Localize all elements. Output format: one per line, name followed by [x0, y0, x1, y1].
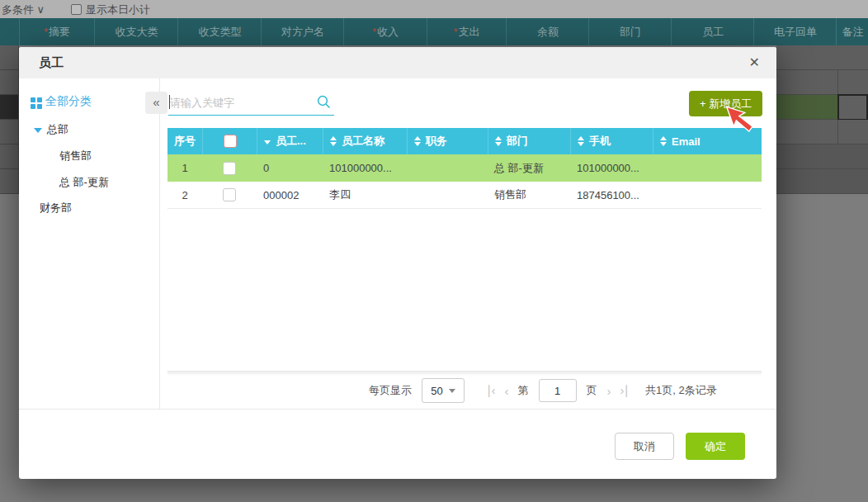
- background-row: [776, 120, 868, 144]
- prev-page-icon[interactable]: ‹: [505, 384, 508, 398]
- search-input[interactable]: [170, 92, 310, 112]
- background-row: [0, 45, 19, 70]
- grid-header-stub: [0, 18, 19, 45]
- col-job-title[interactable]: 职务: [407, 128, 488, 154]
- next-page-icon[interactable]: ›: [607, 384, 611, 398]
- grid-col-income: *收入: [343, 18, 427, 45]
- grid-col-summary: *摘要: [19, 18, 94, 45]
- background-row-selected: [0, 95, 19, 120]
- sidebar-all-categories[interactable]: 全部分类: [45, 94, 92, 109]
- background-row: [776, 144, 868, 169]
- col-index: 序号: [167, 128, 202, 154]
- sidebar-divider: [159, 78, 160, 409]
- dialog-title-bar: [19, 47, 776, 78]
- required-mark: *: [453, 26, 457, 38]
- background-row: [776, 169, 868, 194]
- employee-table-header: 序号 员工... 员工名称 职务 部门 手机 Email: [167, 128, 762, 154]
- grid-col-balance: 余额: [506, 18, 588, 45]
- chevron-down-icon: [449, 389, 455, 393]
- cancel-button[interactable]: 取消: [615, 433, 674, 460]
- pagination-shadow: [167, 371, 762, 376]
- dialog-title: 员工: [39, 55, 64, 71]
- cell-employee-code: 000002: [257, 182, 323, 208]
- sidebar-collapse-button[interactable]: «: [145, 92, 167, 114]
- confirm-button[interactable]: 确定: [686, 433, 745, 460]
- more-filter-dropdown: 多条件 ∨: [2, 2, 45, 17]
- cell-index: 1: [167, 154, 202, 182]
- sort-icon: [660, 136, 667, 146]
- required-mark: *: [372, 26, 376, 38]
- footer-divider: [19, 409, 776, 410]
- subtotal-checkbox: [71, 4, 82, 15]
- subtotal-checkbox-label: 显示本日小计: [86, 2, 150, 17]
- table-row[interactable]: 2 000002 李四 销售部 187456100...: [167, 182, 762, 209]
- cell-checkbox: [202, 154, 257, 182]
- background-row: [0, 144, 19, 169]
- last-page-icon[interactable]: ›∣: [620, 383, 630, 398]
- background-toolbar: 多条件 ∨ 显示本日小计: [0, 0, 868, 18]
- per-page-label: 每页显示: [369, 383, 412, 398]
- employee-table: 序号 员工... 员工名称 职务 部门 手机 Email 1 0 1010000…: [167, 128, 762, 209]
- search-icon: [317, 95, 331, 109]
- cell-email: [653, 154, 762, 182]
- cell-checkbox: [202, 182, 257, 208]
- background-row-highlighted: [776, 95, 868, 120]
- sort-icon: [330, 136, 337, 146]
- background-grid-header: *摘要 收支大类 收支类型 对方户名 *收入 *支出 余额 部门 员工 电子回单…: [0, 18, 868, 45]
- cell-employee-code: 0: [257, 154, 323, 182]
- sort-icon: [495, 136, 502, 146]
- background-focused-cell: [837, 94, 868, 121]
- grid-col-counterparty: 对方户名: [261, 18, 343, 45]
- sidebar-item-headquarters[interactable]: 总部: [47, 122, 68, 137]
- per-page-value: 50: [431, 385, 442, 397]
- cell-employee-name: 101000000...: [323, 154, 407, 182]
- col-department[interactable]: 部门: [488, 128, 570, 154]
- search-box: [168, 89, 334, 116]
- expand-arrow-icon[interactable]: [34, 128, 42, 133]
- pagination: 每页显示 50 ∣‹ ‹ 第 页 › ›∣ 共1页, 2条记录: [369, 377, 717, 404]
- background-row: [0, 169, 19, 194]
- per-page-select[interactable]: 50: [422, 378, 465, 403]
- background-rows-left: [0, 45, 19, 194]
- required-mark: *: [44, 26, 48, 38]
- row-checkbox[interactable]: [223, 162, 236, 175]
- grid-col-department: 部门: [588, 18, 671, 45]
- row-checkbox[interactable]: [223, 188, 236, 201]
- page-suffix-label: 页: [587, 383, 597, 398]
- sort-icon: [414, 136, 421, 146]
- cell-employee-name: 李四: [323, 182, 407, 208]
- pagination-summary: 共1页, 2条记录: [645, 383, 717, 398]
- cell-department: 销售部: [488, 182, 570, 208]
- page-prefix-label: 第: [518, 383, 529, 398]
- grid-col-remark: 备注: [836, 18, 868, 45]
- sidebar-item-finance-dept[interactable]: 财务部: [40, 201, 72, 215]
- sidebar-item-sales-dept[interactable]: 销售部: [59, 149, 92, 163]
- cell-job-title: [407, 182, 488, 208]
- sort-icon: [578, 136, 584, 146]
- first-page-icon[interactable]: ∣‹: [486, 383, 495, 398]
- grid-col-category: 收支大类: [94, 18, 177, 45]
- close-icon[interactable]: ✕: [749, 54, 760, 71]
- table-row[interactable]: 1 0 101000000... 总 部-更新 101000000...: [167, 154, 762, 182]
- employee-dialog: 员工 ✕ 全部分类 « 总部 销售部 总 部-更新 财务部 + 新增员工 序号: [19, 47, 776, 479]
- col-employee-name[interactable]: 员工名称: [323, 128, 407, 154]
- grid-col-receipt: 电子回单: [753, 18, 836, 45]
- page-number-input[interactable]: [539, 379, 577, 402]
- background-row: [776, 70, 868, 95]
- background-rows-right: [776, 45, 868, 194]
- sidebar-item-hq-updated[interactable]: 总 部-更新: [59, 175, 109, 190]
- grid-icon: [31, 97, 42, 109]
- cell-email: [653, 182, 762, 208]
- background-row: [776, 45, 868, 70]
- col-employee-code[interactable]: 员工...: [257, 128, 323, 154]
- grid-col-expense: *支出: [427, 18, 506, 45]
- sort-desc-icon: [264, 140, 271, 144]
- col-phone[interactable]: 手机: [570, 128, 653, 154]
- background-row: [0, 70, 19, 95]
- cell-index: 2: [167, 182, 202, 208]
- select-all-checkbox[interactable]: [224, 135, 237, 148]
- col-select-all[interactable]: [202, 128, 257, 154]
- screen: 多条件 ∨ 显示本日小计 *摘要 收支大类 收支类型 对方户名 *收入 *支出 …: [0, 0, 868, 502]
- background-row: [0, 120, 19, 144]
- cell-phone: 187456100...: [570, 182, 653, 208]
